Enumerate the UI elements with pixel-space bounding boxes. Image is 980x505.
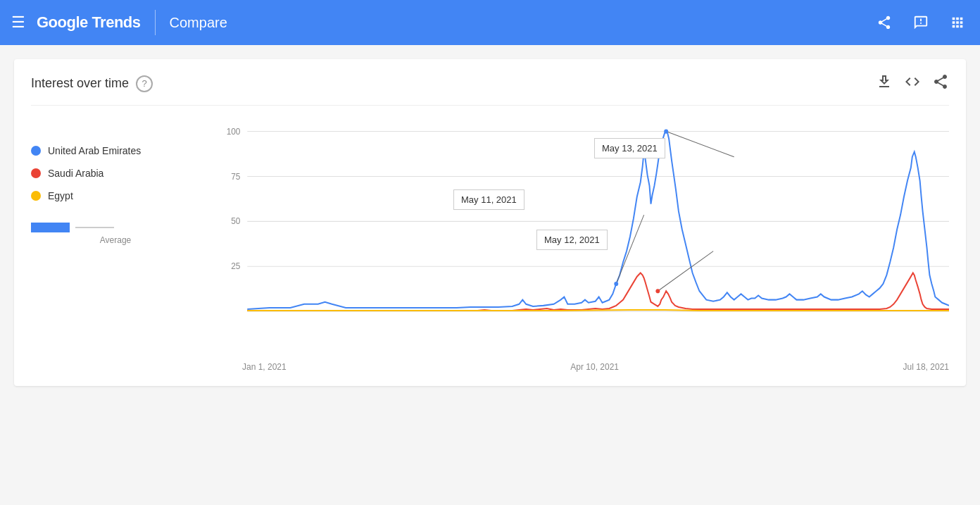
svg-line-10 <box>658 251 713 292</box>
chart-area: United Arab Emirates Saudi Arabia Egypt <box>31 117 949 372</box>
x-label-jul: Jul 18, 2021 <box>903 362 949 372</box>
svg-point-13 <box>655 289 660 293</box>
menu-icon[interactable]: ☰ <box>11 13 25 32</box>
app-logo: Google Trends <box>37 13 141 32</box>
feedback-icon[interactable] <box>910 11 932 34</box>
x-axis-labels: Jan 1, 2021 Apr 10, 2021 Jul 18, 2021 <box>214 359 949 372</box>
average-label: Average <box>31 235 200 245</box>
svg-line-11 <box>666 132 734 157</box>
x-label-jan: Jan 1, 2021 <box>242 362 287 372</box>
chart-legend: United Arab Emirates Saudi Arabia Egypt <box>31 117 214 372</box>
apps-icon[interactable] <box>946 11 969 34</box>
uae-line <box>247 132 949 309</box>
chart-card: Interest over time ? <box>14 59 966 386</box>
legend-label-sa: Saudi Arabia <box>48 168 103 179</box>
embed-icon[interactable] <box>904 73 921 94</box>
page-title: Compare <box>170 15 227 31</box>
share-chart-icon[interactable] <box>932 73 949 94</box>
chart-title: Interest over time <box>31 76 129 91</box>
help-icon[interactable]: ? <box>136 75 153 92</box>
main-content: Interest over time ? <box>0 45 980 400</box>
average-bar-fill <box>31 223 70 232</box>
chart-actions <box>876 73 949 94</box>
chart-svg-container: 100 75 50 25 <box>214 117 949 372</box>
legend-dot-uae <box>31 146 41 156</box>
x-label-apr: Apr 10, 2021 <box>570 362 619 372</box>
download-icon[interactable] <box>876 73 893 94</box>
legend-item-egypt: Egypt <box>31 190 200 201</box>
chart-header: Interest over time ? <box>31 73 949 94</box>
legend-dot-egypt <box>31 191 41 201</box>
legend-average: Average <box>31 216 200 245</box>
legend-item-sa: Saudi Arabia <box>31 168 200 179</box>
egypt-line <box>247 310 949 311</box>
share-icon[interactable] <box>873 11 896 34</box>
legend-label-uae: United Arab Emirates <box>48 145 141 156</box>
app-header: ☰ Google Trends Compare <box>0 0 980 45</box>
svg-text:50: 50 <box>231 216 240 226</box>
header-actions <box>873 11 969 34</box>
svg-text:100: 100 <box>227 126 241 136</box>
legend-dot-sa <box>31 168 41 178</box>
svg-point-12 <box>614 282 618 286</box>
legend-label-egypt: Egypt <box>48 190 73 201</box>
average-bar-row <box>31 223 200 232</box>
svg-text:75: 75 <box>231 171 240 181</box>
header-divider <box>155 10 156 35</box>
saudi-line <box>247 273 949 311</box>
svg-point-14 <box>664 130 668 134</box>
svg-text:25: 25 <box>231 261 240 271</box>
legend-item-uae: United Arab Emirates <box>31 145 200 156</box>
chart-svg: 100 75 50 25 <box>214 117 949 356</box>
average-line <box>75 227 114 228</box>
